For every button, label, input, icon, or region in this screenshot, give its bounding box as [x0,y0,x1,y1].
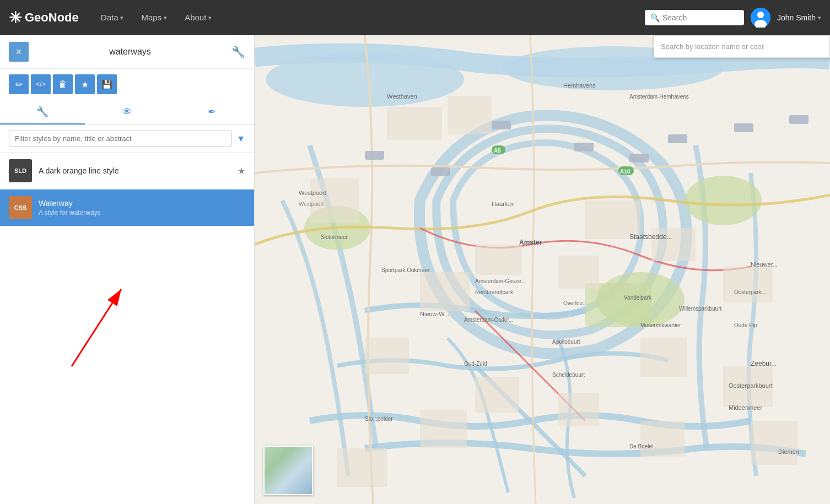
style-name-sld: A dark orange line style [39,166,238,175]
svg-rect-28 [640,421,685,457]
svg-text:Westhaven: Westhaven [387,93,417,100]
search-dropdown-text: Search by location name or coor [661,42,764,51]
svg-rect-31 [574,143,594,151]
svg-text:Amsterdam-Hemhavens: Amsterdam-Hemhavens [629,94,689,100]
sidebar: × waterways 🔧 ✏ </> 🗑 ★ 💾 🔧 👁 ✒ [0,35,255,504]
svg-text:Oud-Zuid: Oud-Zuid [464,361,487,367]
svg-point-1 [757,12,764,18]
svg-rect-18 [723,267,773,302]
edit-button[interactable]: ✏ [9,74,29,94]
svg-rect-21 [558,256,599,289]
svg-text:Amster: Amster [519,239,542,246]
navbar: ✳ GeoNode Data ▾ Maps ▾ About ▾ 🔍 [0,0,830,35]
nav-item-data[interactable]: Data ▾ [92,0,133,35]
sidebar-toolbar: ✏ </> 🗑 ★ 💾 [0,69,254,100]
user-avatar[interactable] [751,8,770,28]
style-info-css: Waterway A style for waterways [39,199,245,216]
svg-text:Nieuwer...: Nieuwer... [751,261,778,268]
style-name-css: Waterway [39,199,245,208]
svg-text:Diemen: Diemen [778,448,799,455]
close-button[interactable]: × [9,42,29,62]
brand-star-icon: ✳ [9,9,21,27]
svg-text:Staatsbedde...: Staatsbedde... [629,233,672,241]
svg-rect-38 [789,115,809,124]
svg-text:Apollobuurt: Apollobuurt [552,339,580,345]
svg-rect-29 [337,448,387,487]
svg-text:Rembrandtpark: Rembrandtpark [475,289,514,295]
svg-text:Vondelpark: Vondelpark [624,295,652,301]
main-layout: × waterways 🔧 ✏ </> 🗑 ★ 💾 🔧 👁 ✒ [0,35,830,504]
delete-button[interactable]: 🗑 [53,74,73,94]
svg-rect-14 [448,96,492,134]
style-desc-css: A style for waterways [39,209,245,216]
svg-text:Hemhavens: Hemhavens [563,82,596,89]
style-list: SLD A dark orange line style ★ CSS Water… [0,153,254,504]
filter-row: ▼ [0,125,254,153]
svg-text:Willemsparkbuurt: Willemsparkbuurt [679,306,721,312]
svg-rect-35 [668,134,687,143]
svg-text:Museumkwartier: Museumkwartier [640,322,681,328]
svg-rect-34 [365,151,384,160]
chevron-down-icon: ▾ [120,0,123,35]
sidebar-tabs: 🔧 👁 ✒ [0,100,254,125]
svg-rect-19 [475,245,522,275]
svg-rect-32 [629,154,649,162]
chevron-down-icon: ▾ [208,0,212,35]
svg-rect-20 [420,272,470,311]
chevron-down-icon: ▾ [164,0,167,35]
filter-icon[interactable]: ▼ [236,134,245,144]
svg-rect-36 [431,167,450,176]
tab-properties[interactable]: 🔧 [0,100,85,124]
nav-items: Data ▾ Maps ▾ About ▾ [92,0,645,35]
svg-text:Slotermeer: Slotermeer [321,234,348,240]
svg-text:A10: A10 [620,169,630,175]
style-badge-css: CSS [9,196,32,219]
favorite-button[interactable]: ★ [75,74,95,94]
svg-text:Overloo...: Overloo... [563,300,587,306]
svg-text:Nieuw-W...: Nieuw-W... [420,311,449,317]
star-icon[interactable]: ★ [238,166,245,176]
nav-item-about[interactable]: About ▾ [176,0,220,35]
svg-rect-37 [734,123,753,132]
filter-input[interactable] [9,131,232,147]
wrench-icon[interactable]: 🔧 [231,45,245,58]
tab-eyedropper[interactable]: ✒ [169,100,254,124]
sidebar-title: waterways [109,47,151,57]
svg-text:Zeebur...: Zeebur... [751,360,777,367]
style-item-sld[interactable]: SLD A dark orange line style ★ [0,153,254,189]
svg-rect-12 [585,283,651,327]
save-button[interactable]: 💾 [97,74,117,94]
map-thumbnail[interactable] [263,446,313,495]
sidebar-header: × waterways 🔧 [0,35,254,69]
svg-rect-15 [310,178,359,223]
svg-rect-27 [420,410,467,448]
style-badge-sld: SLD [9,159,32,182]
svg-text:Westpoort: Westpoort [299,189,326,196]
svg-text:Middenmeer: Middenmeer [729,404,762,411]
map-area[interactable]: Westhaven Hemhavens Amsterdam-Hemhavens … [255,35,830,504]
svg-text:Haarlem: Haarlem [492,200,515,207]
user-name[interactable]: John Smith ▾ [777,13,821,22]
svg-text:Westpoort: Westpoort [299,201,324,207]
map-thumbnail-inner [265,447,312,494]
map-background: Westhaven Hemhavens Amsterdam-Hemhavens … [255,35,830,504]
svg-rect-25 [475,377,519,413]
style-info-sld: A dark orange line style [39,166,238,175]
style-item-css[interactable]: CSS Waterway A style for waterways [0,189,254,226]
nav-item-maps[interactable]: Maps ▾ [132,0,176,35]
svg-text:Slo...polder: Slo...polder [365,416,393,422]
brand-name: GeoNode [25,10,79,25]
eye-tab-icon: 👁 [122,106,132,118]
svg-rect-33 [492,121,511,129]
brand-logo[interactable]: ✳ GeoNode [9,9,79,27]
search-icon: 🔍 [650,13,660,22]
svg-rect-13 [387,107,442,140]
code-button[interactable]: </> [31,74,51,94]
svg-rect-26 [558,393,599,426]
tab-preview[interactable]: 👁 [85,100,170,124]
svg-text:Oosterparkbuurt: Oosterparkbuurt [729,382,772,389]
svg-text:Oosterpark...: Oosterpark... [734,289,766,295]
wrench-tab-icon: 🔧 [36,106,48,118]
svg-text:Amsterdam-Osdor...: Amsterdam-Osdor... [464,317,513,323]
search-wrapper: 🔍 [645,10,744,25]
